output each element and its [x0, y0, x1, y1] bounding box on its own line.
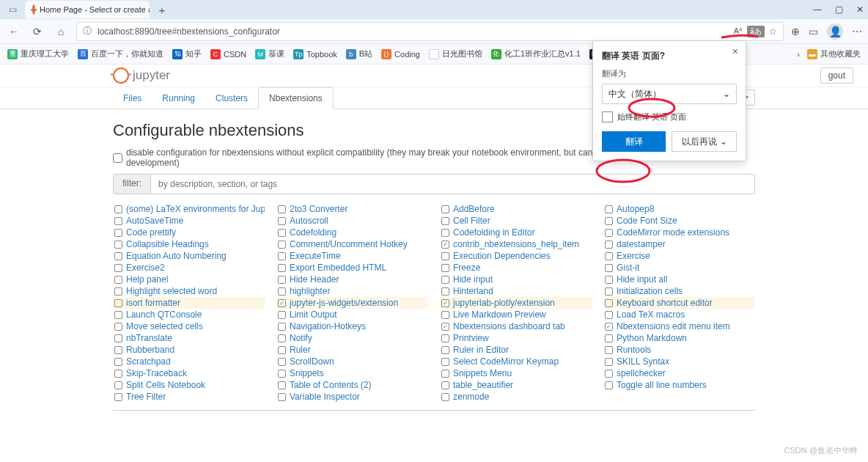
extension-item[interactable]: CodeMirror mode extensions: [603, 227, 755, 238]
extension-checkbox[interactable]: [441, 346, 449, 354]
extension-item[interactable]: Highlight selected word: [113, 285, 265, 297]
extension-item[interactable]: Move selected cells: [113, 320, 265, 332]
extension-checkbox[interactable]: [114, 323, 122, 331]
bookmark-item[interactable]: 重重庆理工大学: [7, 48, 69, 59]
extension-checkbox[interactable]: [605, 264, 613, 272]
translate-badge[interactable]: ǎあ: [747, 26, 765, 37]
extension-checkbox[interactable]: [278, 323, 286, 331]
extension-item[interactable]: Ruler in Editor: [440, 344, 592, 356]
extension-checkbox[interactable]: [605, 287, 613, 296]
extension-checkbox[interactable]: [605, 241, 613, 249]
extension-checkbox[interactable]: [278, 346, 286, 354]
extension-item[interactable]: Cell Filter: [440, 215, 592, 227]
extension-checkbox[interactable]: [114, 370, 122, 378]
bookmark-item[interactable]: TpTopbook: [293, 49, 337, 59]
tab-collection-icon[interactable]: ▭: [4, 1, 21, 18]
extension-item[interactable]: Export Embedded HTML: [276, 262, 428, 274]
bookmark-item[interactable]: 化化工1班作业汇总v1.1: [491, 48, 581, 59]
extension-item[interactable]: Help panel: [113, 274, 265, 285]
extension-item[interactable]: Skip-Traceback: [113, 367, 265, 379]
extension-item[interactable]: Limit Output: [276, 309, 428, 320]
extension-item[interactable]: Snippets Menu: [440, 367, 592, 379]
extension-item[interactable]: Autoscroll: [276, 215, 428, 227]
site-info-icon[interactable]: ⓘ: [83, 25, 92, 37]
extension-item[interactable]: Split Cells Notebook: [113, 379, 265, 391]
extension-checkbox[interactable]: [605, 299, 613, 307]
extension-checkbox[interactable]: [441, 241, 449, 249]
extension-checkbox[interactable]: [278, 370, 286, 378]
extension-checkbox[interactable]: [441, 381, 449, 389]
extension-item[interactable]: Select CodeMirror Keymap: [440, 356, 592, 367]
extension-checkbox[interactable]: [278, 334, 286, 342]
extension-checkbox[interactable]: [605, 334, 613, 342]
extension-item[interactable]: ScrollDown: [276, 356, 428, 367]
extension-checkbox[interactable]: [605, 229, 613, 237]
bookmark-item[interactable]: 知知乎: [172, 48, 202, 59]
extension-checkbox[interactable]: [278, 311, 286, 319]
bookmark-item[interactable]: 百百度一下，你就知道: [78, 48, 163, 59]
extension-item[interactable]: Comment/Uncomment Hotkey: [276, 238, 428, 250]
tab-clusters[interactable]: Clusters: [205, 88, 258, 109]
window-minimize[interactable]: —: [813, 4, 822, 15]
extension-item[interactable]: SKILL Syntax: [603, 356, 755, 367]
always-translate-row[interactable]: 始终翻译 英语 页面: [602, 111, 737, 122]
extension-checkbox[interactable]: [278, 217, 286, 225]
extension-item[interactable]: (some) LaTeX environments for Jupyter: [113, 203, 265, 215]
extension-item[interactable]: Scratchpad: [113, 356, 265, 367]
extension-item[interactable]: Hide input: [440, 274, 592, 285]
extension-item[interactable]: Printview: [440, 332, 592, 344]
extension-item[interactable]: Launch QTConsole: [113, 309, 265, 320]
extension-item[interactable]: Collapsible Headings: [113, 238, 265, 250]
extension-checkbox[interactable]: [441, 229, 449, 237]
profile-avatar[interactable]: 👤: [827, 23, 843, 40]
disable-compat-checkbox[interactable]: [113, 153, 122, 163]
extension-checkbox[interactable]: [441, 276, 449, 284]
favorite-icon[interactable]: ☆: [769, 26, 777, 37]
logout-button[interactable]: gout: [820, 67, 853, 84]
bookmark-item[interactable]: CCSDN: [210, 49, 246, 59]
extension-checkbox[interactable]: [114, 393, 122, 401]
extension-checkbox[interactable]: [278, 287, 286, 296]
extension-item[interactable]: 2to3 Converter: [276, 203, 428, 215]
extension-item[interactable]: Code Font Size: [603, 215, 755, 227]
extension-checkbox[interactable]: [278, 205, 286, 213]
extension-item[interactable]: jupyter-js-widgets/extension: [276, 297, 428, 309]
extension-checkbox[interactable]: [114, 205, 122, 213]
extension-checkbox[interactable]: [441, 264, 449, 272]
extension-checkbox[interactable]: [441, 370, 449, 378]
extensions-icon[interactable]: ⊕: [791, 26, 800, 37]
extension-checkbox[interactable]: [441, 358, 449, 366]
extension-checkbox[interactable]: [441, 205, 449, 213]
extension-item[interactable]: Notify: [276, 332, 428, 344]
extension-item[interactable]: Autopep8: [603, 203, 755, 215]
back-button[interactable]: ←: [6, 23, 22, 40]
extension-checkbox[interactable]: [114, 241, 122, 249]
home-button[interactable]: ⌂: [53, 23, 69, 40]
extension-checkbox[interactable]: [441, 252, 449, 260]
extension-checkbox[interactable]: [605, 346, 613, 354]
extension-checkbox[interactable]: [278, 264, 286, 272]
extension-checkbox[interactable]: [605, 276, 613, 284]
extension-checkbox[interactable]: [605, 217, 613, 225]
extension-item[interactable]: Keyboard shortcut editor: [603, 297, 755, 309]
extension-checkbox[interactable]: [278, 299, 286, 307]
extension-item[interactable]: AutoSaveTime: [113, 215, 265, 227]
extension-checkbox[interactable]: [278, 276, 286, 284]
jupyter-logo[interactable]: jupyter: [113, 67, 170, 84]
extension-item[interactable]: Gist-it: [603, 262, 755, 274]
extension-item[interactable]: Nbextensions dashboard tab: [440, 320, 592, 332]
extension-checkbox[interactable]: [605, 311, 613, 319]
extension-checkbox[interactable]: [114, 311, 122, 319]
extension-item[interactable]: datestamper: [603, 238, 755, 250]
extension-checkbox[interactable]: [114, 299, 122, 307]
extension-item[interactable]: Freeze: [440, 262, 592, 274]
bookmark-overflow[interactable]: ›: [797, 50, 800, 59]
extension-item[interactable]: table_beautifier: [440, 379, 592, 391]
other-bookmarks[interactable]: ▬其他收藏夹: [807, 48, 861, 59]
window-maximize[interactable]: ▢: [835, 4, 843, 15]
window-close[interactable]: ✕: [856, 4, 864, 15]
extension-checkbox[interactable]: [114, 358, 122, 366]
filter-input[interactable]: [151, 175, 754, 194]
refresh-button[interactable]: ⟳: [29, 23, 45, 40]
extension-checkbox[interactable]: [278, 252, 286, 260]
